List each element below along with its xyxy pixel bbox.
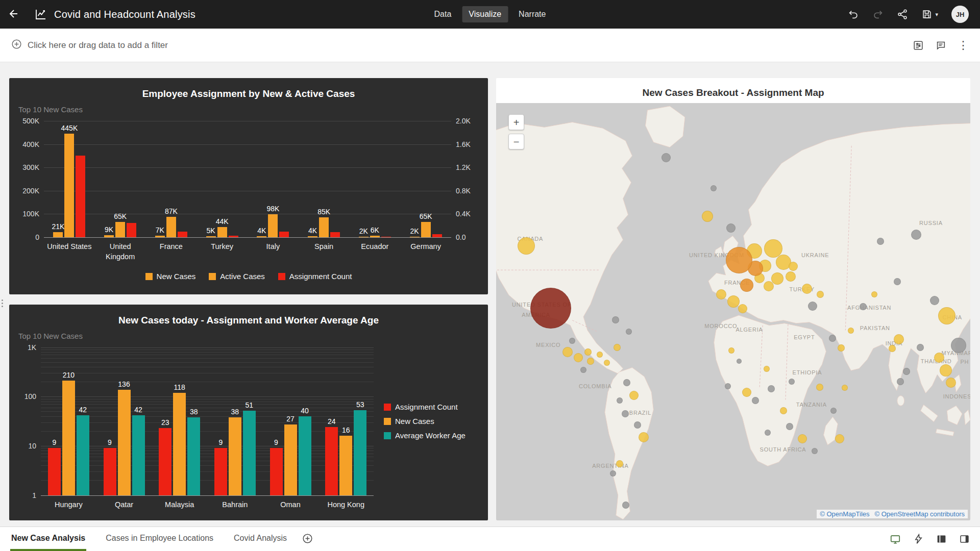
map-bubble[interactable]	[764, 239, 782, 258]
legend-item[interactable]: New Cases	[384, 417, 480, 425]
map-bubble[interactable]	[614, 344, 621, 351]
map-bubble[interactable]	[808, 302, 817, 311]
map-bubble[interactable]	[702, 211, 713, 222]
menu-kebab-icon[interactable]: ⋮	[958, 40, 969, 51]
bar[interactable]	[299, 416, 311, 495]
map-bubble[interactable]	[738, 304, 747, 313]
bar[interactable]	[118, 390, 131, 495]
map-bubble[interactable]	[860, 303, 867, 310]
map-bubble[interactable]	[786, 271, 796, 282]
map-bubble[interactable]	[838, 344, 845, 352]
map-bubble[interactable]	[789, 262, 798, 271]
bar[interactable]	[339, 436, 352, 495]
map-bubble[interactable]	[710, 185, 717, 191]
map-bubble[interactable]	[622, 502, 629, 509]
chart-employee-assignment[interactable]: Employee Assignment by New & Active Case…	[9, 78, 488, 294]
map-bubble[interactable]	[518, 237, 535, 255]
map-bubble[interactable]	[726, 223, 736, 233]
map-bubble[interactable]	[816, 384, 823, 391]
panel-resize-handle[interactable]	[0, 297, 4, 309]
save-button[interactable]	[921, 9, 933, 20]
map-bubble[interactable]	[802, 284, 812, 294]
comments-icon[interactable]	[935, 40, 946, 51]
bar[interactable]	[359, 237, 369, 237]
attribution-openmaptiles-link[interactable]: © OpenMapTiles	[820, 510, 869, 518]
bar[interactable]	[76, 156, 85, 237]
toggle-left-panel-icon[interactable]	[936, 534, 947, 544]
auto-apply-data-icon[interactable]	[913, 534, 924, 544]
bar[interactable]	[104, 235, 114, 237]
map-bubble[interactable]	[610, 470, 616, 477]
back-button[interactable]	[0, 0, 28, 29]
map-bubble[interactable]	[617, 397, 623, 404]
map-bubble[interactable]	[835, 434, 844, 443]
map-bubble[interactable]	[897, 378, 904, 385]
bar[interactable]	[330, 232, 340, 237]
map-area[interactable]: CANADAUNITED STATES OFAMERICAMEXICOCOLOM…	[496, 103, 970, 520]
map-bubble[interactable]	[871, 291, 877, 297]
map-bubble[interactable]	[842, 385, 848, 391]
user-avatar[interactable]: JH	[951, 6, 969, 23]
map-bubble[interactable]	[584, 348, 592, 356]
share-button[interactable]	[897, 9, 908, 20]
map-bubble[interactable]	[930, 296, 939, 305]
bar[interactable]	[410, 237, 420, 237]
map-bubble[interactable]	[934, 353, 944, 363]
map-bubble[interactable]	[786, 423, 793, 430]
map-bubble[interactable]	[569, 338, 575, 344]
bar[interactable]	[53, 232, 63, 237]
bar[interactable]	[270, 448, 283, 495]
map-bubble[interactable]	[789, 379, 795, 385]
map-bubble[interactable]	[629, 391, 639, 400]
canvas-settings-icon[interactable]	[913, 40, 924, 51]
legend-item[interactable]: Average Worker Age	[384, 431, 480, 440]
bar[interactable]	[115, 222, 125, 237]
bar[interactable]	[214, 448, 227, 495]
bar[interactable]	[127, 223, 136, 238]
add-filter-target[interactable]: Click here or drag data to add a filter	[11, 39, 168, 52]
bar[interactable]	[432, 234, 442, 237]
bar[interactable]	[217, 227, 227, 237]
canvas-tab-cases-in-employee-locations[interactable]: Cases in Employee Locations	[105, 527, 214, 551]
bar[interactable]	[178, 232, 187, 237]
bar[interactable]	[229, 417, 241, 495]
map-bubble[interactable]	[894, 334, 904, 344]
map-bubble[interactable]	[848, 328, 854, 334]
map-bubble[interactable]	[768, 385, 775, 392]
bar[interactable]	[77, 415, 89, 495]
map-bubble[interactable]	[530, 288, 571, 329]
tab-narrate[interactable]: Narrate	[512, 6, 552, 22]
bar[interactable]	[155, 236, 165, 237]
save-menu-caret-icon[interactable]: ▾	[935, 11, 938, 18]
bar[interactable]	[354, 410, 366, 495]
bar[interactable]	[381, 237, 391, 237]
map-bubble[interactable]	[574, 353, 583, 362]
map-bubble[interactable]	[740, 279, 753, 292]
map-bubble[interactable]	[604, 360, 610, 366]
bar[interactable]	[173, 393, 186, 495]
map-bubble[interactable]	[597, 352, 603, 358]
map-bubble[interactable]	[562, 347, 573, 357]
bar[interactable]	[64, 134, 74, 237]
map-visualization[interactable]: New Cases Breakout - Assignment Map	[496, 78, 970, 520]
bar[interactable]	[187, 417, 200, 495]
map-bubble[interactable]	[716, 289, 726, 299]
map-bubble[interactable]	[580, 367, 586, 373]
bar[interactable]	[159, 428, 172, 495]
map-bubble[interactable]	[737, 359, 742, 364]
map-bubble[interactable]	[742, 388, 751, 397]
attribution-osm-link[interactable]: © OpenStreetMap contributors	[875, 510, 965, 518]
bar[interactable]	[132, 415, 145, 495]
map-bubble[interactable]	[639, 432, 649, 442]
bar[interactable]	[268, 214, 278, 237]
map-bubble[interactable]	[798, 434, 807, 443]
bar[interactable]	[370, 236, 380, 237]
bar[interactable]	[319, 217, 329, 237]
canvas-tab-covid-analysis[interactable]: Covid Analysis	[233, 527, 288, 551]
legend-item[interactable]: Assignment Count	[278, 272, 352, 281]
bar[interactable]	[279, 232, 289, 237]
bar[interactable]	[284, 424, 297, 495]
bar[interactable]	[243, 411, 256, 495]
bar[interactable]	[166, 217, 176, 237]
bar[interactable]	[308, 236, 317, 237]
